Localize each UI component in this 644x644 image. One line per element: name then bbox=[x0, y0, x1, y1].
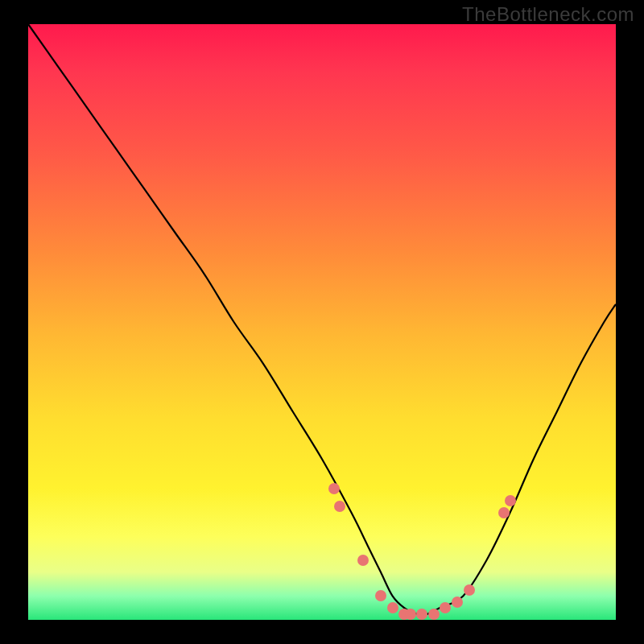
data-point bbox=[428, 609, 440, 620]
data-point bbox=[387, 602, 398, 613]
data-point bbox=[498, 507, 510, 518]
data-point bbox=[440, 602, 451, 613]
data-point bbox=[452, 597, 463, 608]
data-point bbox=[405, 609, 416, 620]
data-point bbox=[416, 609, 427, 620]
data-point bbox=[375, 590, 386, 601]
data-point bbox=[357, 555, 369, 566]
data-point bbox=[464, 584, 475, 596]
curve-layer bbox=[28, 24, 616, 620]
data-point bbox=[334, 501, 345, 512]
chart-frame: TheBottleneck.com bbox=[0, 0, 644, 644]
data-point bbox=[328, 483, 340, 494]
watermark-text: TheBottleneck.com bbox=[462, 3, 634, 26]
bottleneck-curve bbox=[28, 24, 616, 615]
plot-area bbox=[28, 24, 616, 620]
data-point bbox=[505, 495, 516, 506]
